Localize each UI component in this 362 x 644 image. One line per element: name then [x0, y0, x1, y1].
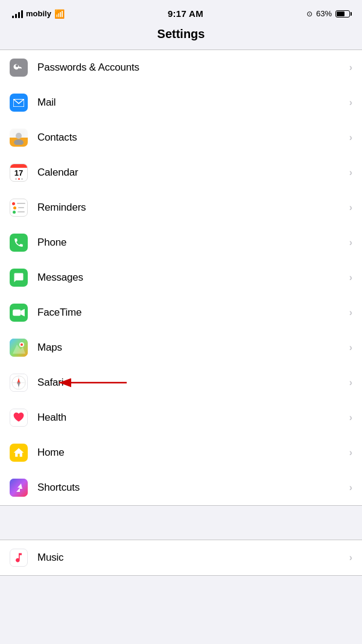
settings-section-2: Music › — [0, 540, 362, 576]
app-icon-reminders — [10, 199, 28, 217]
settings-row-shortcuts[interactable]: Shortcuts › — [0, 470, 362, 505]
status-right: ⊙ 63% — [306, 9, 350, 18]
music-label: Music — [37, 552, 345, 564]
carrier-label: mobily — [26, 9, 51, 18]
calendar-chevron: › — [349, 167, 352, 178]
passwords-label: Passwords & Accounts — [37, 62, 345, 74]
settings-row-reminders[interactable]: Reminders › — [0, 190, 362, 225]
battery-icon — [335, 10, 350, 18]
app-icon-phone — [10, 234, 28, 252]
messages-label: Messages — [37, 272, 345, 284]
signal-bars — [12, 10, 23, 18]
home-label: Home — [37, 447, 345, 459]
app-icon-home — [10, 444, 28, 462]
mail-label: Mail — [37, 97, 345, 109]
svg-point-9 — [21, 343, 23, 346]
contacts-icon — [13, 130, 25, 145]
passwords-chevron: › — [349, 62, 352, 73]
mail-chevron: › — [349, 97, 352, 108]
app-icon-passwords — [10, 59, 28, 77]
svg-point-3 — [16, 133, 22, 139]
settings-row-passwords[interactable]: Passwords & Accounts › — [0, 50, 362, 85]
health-label: Health — [37, 412, 345, 424]
status-left: mobily 📶 — [12, 9, 65, 19]
maps-chevron: › — [349, 342, 352, 353]
app-icon-safari — [10, 374, 28, 392]
home-chevron: › — [349, 447, 352, 458]
app-icon-health — [10, 409, 28, 427]
facetime-icon — [13, 308, 25, 317]
settings-row-safari[interactable]: Safari › — [0, 365, 362, 400]
battery-percentage: 63% — [316, 9, 332, 18]
safari-label: Safari — [37, 377, 345, 389]
mail-icon — [13, 99, 24, 107]
calendar-label: Calendar — [37, 167, 345, 179]
app-icon-facetime — [10, 304, 28, 322]
app-icon-music — [10, 549, 28, 567]
messages-chevron: › — [349, 272, 352, 283]
section-gap — [0, 523, 362, 540]
phone-label: Phone — [37, 237, 345, 249]
app-icon-maps — [10, 339, 28, 357]
app-icon-shortcuts — [10, 479, 28, 497]
screen-record-icon: ⊙ — [306, 10, 313, 18]
safari-chevron: › — [349, 377, 352, 388]
status-bar: mobily 📶 9:17 AM ⊙ 63% — [0, 0, 362, 24]
reminders-chevron: › — [349, 202, 352, 213]
settings-row-health[interactable]: Health › — [0, 400, 362, 435]
key-icon — [13, 62, 24, 73]
settings-row-contacts[interactable]: Contacts › — [0, 120, 362, 155]
facetime-label: FaceTime — [37, 307, 345, 319]
wifi-icon: 📶 — [54, 9, 65, 19]
messages-icon — [13, 272, 24, 283]
facetime-chevron: › — [349, 307, 352, 318]
maps-label: Maps — [37, 342, 345, 354]
settings-row-home[interactable]: Home › — [0, 435, 362, 470]
settings-row-calendar[interactable]: 17 Calendar › — [0, 155, 362, 190]
shortcuts-label: Shortcuts — [37, 482, 345, 494]
music-icon — [13, 552, 25, 564]
phone-icon — [13, 237, 24, 248]
shortcuts-chevron: › — [349, 482, 352, 493]
app-icon-contacts — [10, 129, 28, 147]
app-icon-messages — [10, 269, 28, 287]
music-chevron: › — [349, 552, 352, 563]
reminders-label: Reminders — [37, 202, 345, 214]
settings-row-facetime[interactable]: FaceTime › — [0, 295, 362, 330]
contacts-chevron: › — [349, 132, 352, 143]
page-title: Settings — [0, 24, 362, 49]
settings-row-messages[interactable]: Messages › — [0, 260, 362, 295]
svg-marker-6 — [21, 309, 25, 316]
safari-icon — [10, 374, 27, 392]
phone-chevron: › — [349, 237, 352, 248]
shortcuts-icon — [10, 479, 28, 497]
contacts-label: Contacts — [37, 132, 345, 144]
svg-rect-5 — [13, 310, 21, 316]
maps-icon — [10, 339, 28, 357]
health-icon — [10, 409, 27, 427]
status-time: 9:17 AM — [168, 8, 203, 19]
app-icon-mail — [10, 94, 28, 112]
settings-row-maps[interactable]: Maps › — [0, 330, 362, 365]
settings-row-phone[interactable]: Phone › — [0, 225, 362, 260]
settings-row-mail[interactable]: Mail › — [0, 85, 362, 120]
settings-section-1: Passwords & Accounts › Mail › Contacts › — [0, 49, 362, 506]
settings-row-music[interactable]: Music › — [0, 540, 362, 575]
app-icon-calendar: 17 — [10, 164, 28, 182]
health-chevron: › — [349, 412, 352, 423]
home-icon — [13, 447, 25, 459]
